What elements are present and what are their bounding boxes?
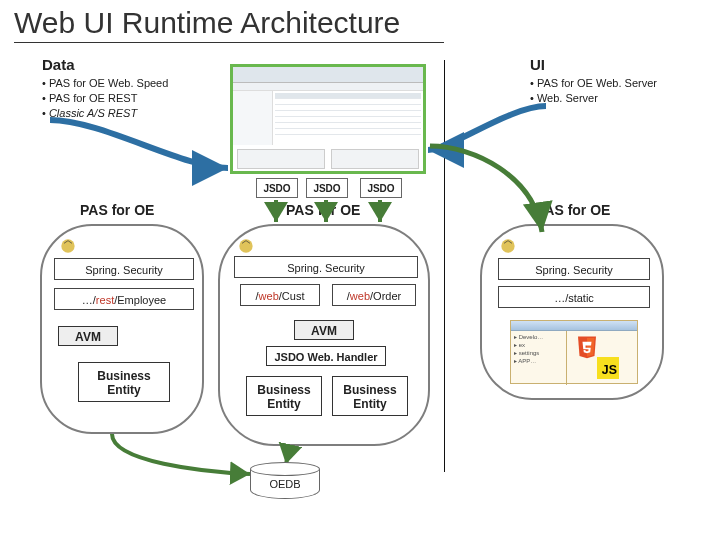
- tomcat-icon: [238, 238, 254, 254]
- web-endpoint-cust: /web/Cust: [240, 284, 320, 306]
- jsdo-tag: JSDO: [360, 178, 402, 198]
- data-bullets: PAS for OE Web. Speed PAS for OE REST Cl…: [42, 76, 168, 121]
- static-endpoint-box: …/static: [498, 286, 650, 308]
- ui-bullets: PAS for OE Web. Server Web. Server: [530, 76, 657, 106]
- spring-security-box: Spring. Security: [54, 258, 194, 280]
- jsdo-webhandler-box: JSDO Web. Handler: [266, 346, 386, 366]
- data-header: Data: [42, 56, 75, 73]
- ui-header: UI: [530, 56, 545, 73]
- tomcat-icon: [60, 238, 76, 254]
- html5-icon: [575, 335, 599, 359]
- svg-text:JS: JS: [602, 363, 617, 377]
- js-icon: JS: [597, 357, 619, 379]
- database-cylinder: OEDB: [250, 462, 320, 502]
- avm-box: AVM: [58, 326, 118, 346]
- web-endpoint-order: /web/Order: [332, 284, 416, 306]
- avm-box: AVM: [294, 320, 354, 340]
- right-capsule: PAS for OE Spring. Security …/static ▸ D…: [480, 224, 664, 400]
- jsdo-tag: JSDO: [256, 178, 298, 198]
- spring-security-box: Spring. Security: [498, 258, 650, 280]
- page-title: Web UI Runtime Architecture: [14, 6, 444, 43]
- arrow-jsdo: [256, 198, 406, 232]
- arrow-data-to-screenshot: [42, 118, 242, 212]
- jsdo-tag: JSDO: [306, 178, 348, 198]
- spring-security-box: Spring. Security: [234, 256, 418, 278]
- left-capsule: PAS for OE Spring. Security …/rest/Emplo…: [40, 224, 204, 434]
- middle-capsule: PAS for OE Spring. Security /web/Cust /w…: [218, 224, 430, 446]
- svg-point-1: [239, 239, 252, 252]
- browser-screenshot: [230, 64, 426, 174]
- business-entity-box: Business Entity: [332, 376, 408, 416]
- ide-thumbnail: ▸ Develo…▸ ex▸ settings▸ APP… JS: [510, 320, 638, 384]
- rest-endpoint-box: …/rest/Employee: [54, 288, 194, 310]
- arrow-left-to-db: [104, 432, 264, 486]
- arrow-screenshot-to-right: [424, 136, 554, 250]
- business-entity-box: Business Entity: [246, 376, 322, 416]
- business-entity-box: Business Entity: [78, 362, 170, 402]
- svg-point-0: [61, 239, 74, 252]
